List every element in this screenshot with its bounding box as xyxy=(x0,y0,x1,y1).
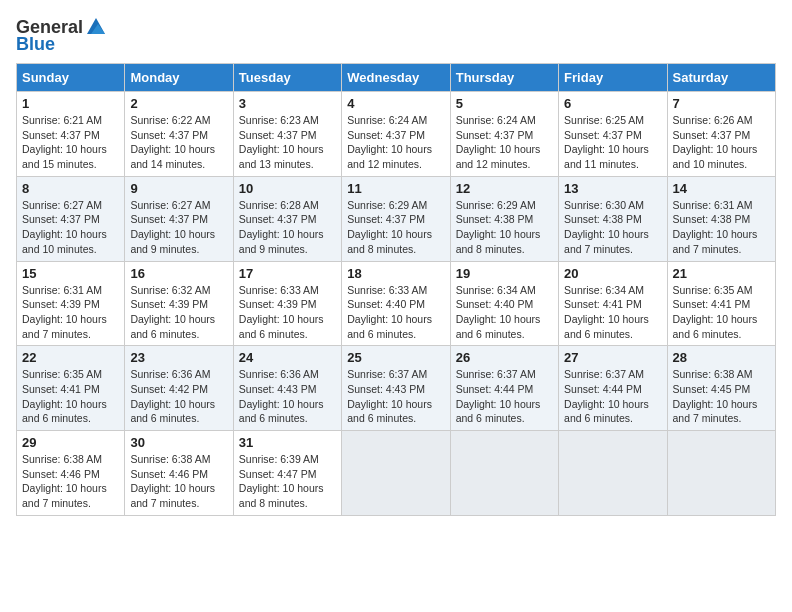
empty-cell xyxy=(667,431,775,516)
calendar-table: SundayMondayTuesdayWednesdayThursdayFrid… xyxy=(16,63,776,516)
day-cell-3: 3Sunrise: 6:23 AM Sunset: 4:37 PM Daylig… xyxy=(233,92,341,177)
day-number: 3 xyxy=(239,96,336,111)
day-cell-16: 16Sunrise: 6:32 AM Sunset: 4:39 PM Dayli… xyxy=(125,261,233,346)
day-info: Sunrise: 6:25 AM Sunset: 4:37 PM Dayligh… xyxy=(564,113,661,172)
column-header-thursday: Thursday xyxy=(450,64,558,92)
day-cell-22: 22Sunrise: 6:35 AM Sunset: 4:41 PM Dayli… xyxy=(17,346,125,431)
day-number: 20 xyxy=(564,266,661,281)
day-info: Sunrise: 6:39 AM Sunset: 4:47 PM Dayligh… xyxy=(239,452,336,511)
day-info: Sunrise: 6:35 AM Sunset: 4:41 PM Dayligh… xyxy=(22,367,119,426)
day-number: 8 xyxy=(22,181,119,196)
day-info: Sunrise: 6:34 AM Sunset: 4:40 PM Dayligh… xyxy=(456,283,553,342)
day-number: 18 xyxy=(347,266,444,281)
empty-cell xyxy=(450,431,558,516)
day-info: Sunrise: 6:35 AM Sunset: 4:41 PM Dayligh… xyxy=(673,283,770,342)
day-cell-8: 8Sunrise: 6:27 AM Sunset: 4:37 PM Daylig… xyxy=(17,176,125,261)
day-info: Sunrise: 6:36 AM Sunset: 4:43 PM Dayligh… xyxy=(239,367,336,426)
day-info: Sunrise: 6:21 AM Sunset: 4:37 PM Dayligh… xyxy=(22,113,119,172)
empty-cell xyxy=(559,431,667,516)
day-info: Sunrise: 6:38 AM Sunset: 4:45 PM Dayligh… xyxy=(673,367,770,426)
day-number: 15 xyxy=(22,266,119,281)
empty-cell xyxy=(342,431,450,516)
day-number: 23 xyxy=(130,350,227,365)
day-cell-27: 27Sunrise: 6:37 AM Sunset: 4:44 PM Dayli… xyxy=(559,346,667,431)
day-cell-14: 14Sunrise: 6:31 AM Sunset: 4:38 PM Dayli… xyxy=(667,176,775,261)
day-info: Sunrise: 6:28 AM Sunset: 4:37 PM Dayligh… xyxy=(239,198,336,257)
day-info: Sunrise: 6:24 AM Sunset: 4:37 PM Dayligh… xyxy=(456,113,553,172)
day-number: 16 xyxy=(130,266,227,281)
day-info: Sunrise: 6:33 AM Sunset: 4:39 PM Dayligh… xyxy=(239,283,336,342)
day-info: Sunrise: 6:27 AM Sunset: 4:37 PM Dayligh… xyxy=(130,198,227,257)
day-cell-31: 31Sunrise: 6:39 AM Sunset: 4:47 PM Dayli… xyxy=(233,431,341,516)
day-number: 2 xyxy=(130,96,227,111)
day-number: 25 xyxy=(347,350,444,365)
day-cell-29: 29Sunrise: 6:38 AM Sunset: 4:46 PM Dayli… xyxy=(17,431,125,516)
logo-blue: Blue xyxy=(16,34,55,55)
day-info: Sunrise: 6:31 AM Sunset: 4:39 PM Dayligh… xyxy=(22,283,119,342)
day-info: Sunrise: 6:38 AM Sunset: 4:46 PM Dayligh… xyxy=(22,452,119,511)
column-header-monday: Monday xyxy=(125,64,233,92)
day-number: 1 xyxy=(22,96,119,111)
day-cell-26: 26Sunrise: 6:37 AM Sunset: 4:44 PM Dayli… xyxy=(450,346,558,431)
day-cell-15: 15Sunrise: 6:31 AM Sunset: 4:39 PM Dayli… xyxy=(17,261,125,346)
day-number: 4 xyxy=(347,96,444,111)
calendar-body: 1Sunrise: 6:21 AM Sunset: 4:37 PM Daylig… xyxy=(17,92,776,516)
day-cell-25: 25Sunrise: 6:37 AM Sunset: 4:43 PM Dayli… xyxy=(342,346,450,431)
day-cell-28: 28Sunrise: 6:38 AM Sunset: 4:45 PM Dayli… xyxy=(667,346,775,431)
day-cell-6: 6Sunrise: 6:25 AM Sunset: 4:37 PM Daylig… xyxy=(559,92,667,177)
day-info: Sunrise: 6:32 AM Sunset: 4:39 PM Dayligh… xyxy=(130,283,227,342)
day-info: Sunrise: 6:24 AM Sunset: 4:37 PM Dayligh… xyxy=(347,113,444,172)
day-cell-7: 7Sunrise: 6:26 AM Sunset: 4:37 PM Daylig… xyxy=(667,92,775,177)
column-header-sunday: Sunday xyxy=(17,64,125,92)
day-cell-5: 5Sunrise: 6:24 AM Sunset: 4:37 PM Daylig… xyxy=(450,92,558,177)
week-row-5: 29Sunrise: 6:38 AM Sunset: 4:46 PM Dayli… xyxy=(17,431,776,516)
day-number: 29 xyxy=(22,435,119,450)
day-cell-11: 11Sunrise: 6:29 AM Sunset: 4:37 PM Dayli… xyxy=(342,176,450,261)
day-info: Sunrise: 6:34 AM Sunset: 4:41 PM Dayligh… xyxy=(564,283,661,342)
day-cell-19: 19Sunrise: 6:34 AM Sunset: 4:40 PM Dayli… xyxy=(450,261,558,346)
day-number: 26 xyxy=(456,350,553,365)
day-cell-13: 13Sunrise: 6:30 AM Sunset: 4:38 PM Dayli… xyxy=(559,176,667,261)
day-number: 30 xyxy=(130,435,227,450)
day-info: Sunrise: 6:23 AM Sunset: 4:37 PM Dayligh… xyxy=(239,113,336,172)
day-cell-23: 23Sunrise: 6:36 AM Sunset: 4:42 PM Dayli… xyxy=(125,346,233,431)
column-header-saturday: Saturday xyxy=(667,64,775,92)
day-number: 19 xyxy=(456,266,553,281)
day-info: Sunrise: 6:37 AM Sunset: 4:44 PM Dayligh… xyxy=(564,367,661,426)
day-cell-10: 10Sunrise: 6:28 AM Sunset: 4:37 PM Dayli… xyxy=(233,176,341,261)
logo-icon xyxy=(85,16,107,38)
day-number: 28 xyxy=(673,350,770,365)
day-number: 14 xyxy=(673,181,770,196)
day-info: Sunrise: 6:33 AM Sunset: 4:40 PM Dayligh… xyxy=(347,283,444,342)
day-number: 31 xyxy=(239,435,336,450)
day-number: 24 xyxy=(239,350,336,365)
day-cell-2: 2Sunrise: 6:22 AM Sunset: 4:37 PM Daylig… xyxy=(125,92,233,177)
column-header-friday: Friday xyxy=(559,64,667,92)
column-header-tuesday: Tuesday xyxy=(233,64,341,92)
logo: General Blue xyxy=(16,16,109,55)
day-info: Sunrise: 6:37 AM Sunset: 4:43 PM Dayligh… xyxy=(347,367,444,426)
day-cell-17: 17Sunrise: 6:33 AM Sunset: 4:39 PM Dayli… xyxy=(233,261,341,346)
day-cell-12: 12Sunrise: 6:29 AM Sunset: 4:38 PM Dayli… xyxy=(450,176,558,261)
header-row: SundayMondayTuesdayWednesdayThursdayFrid… xyxy=(17,64,776,92)
page-header: General Blue xyxy=(16,16,776,55)
week-row-1: 1Sunrise: 6:21 AM Sunset: 4:37 PM Daylig… xyxy=(17,92,776,177)
week-row-2: 8Sunrise: 6:27 AM Sunset: 4:37 PM Daylig… xyxy=(17,176,776,261)
day-info: Sunrise: 6:38 AM Sunset: 4:46 PM Dayligh… xyxy=(130,452,227,511)
day-info: Sunrise: 6:37 AM Sunset: 4:44 PM Dayligh… xyxy=(456,367,553,426)
day-cell-18: 18Sunrise: 6:33 AM Sunset: 4:40 PM Dayli… xyxy=(342,261,450,346)
day-number: 22 xyxy=(22,350,119,365)
day-info: Sunrise: 6:29 AM Sunset: 4:38 PM Dayligh… xyxy=(456,198,553,257)
week-row-3: 15Sunrise: 6:31 AM Sunset: 4:39 PM Dayli… xyxy=(17,261,776,346)
day-number: 21 xyxy=(673,266,770,281)
calendar-header: SundayMondayTuesdayWednesdayThursdayFrid… xyxy=(17,64,776,92)
day-cell-1: 1Sunrise: 6:21 AM Sunset: 4:37 PM Daylig… xyxy=(17,92,125,177)
day-number: 13 xyxy=(564,181,661,196)
day-number: 12 xyxy=(456,181,553,196)
day-info: Sunrise: 6:26 AM Sunset: 4:37 PM Dayligh… xyxy=(673,113,770,172)
week-row-4: 22Sunrise: 6:35 AM Sunset: 4:41 PM Dayli… xyxy=(17,346,776,431)
day-cell-24: 24Sunrise: 6:36 AM Sunset: 4:43 PM Dayli… xyxy=(233,346,341,431)
day-number: 11 xyxy=(347,181,444,196)
day-cell-21: 21Sunrise: 6:35 AM Sunset: 4:41 PM Dayli… xyxy=(667,261,775,346)
day-info: Sunrise: 6:29 AM Sunset: 4:37 PM Dayligh… xyxy=(347,198,444,257)
